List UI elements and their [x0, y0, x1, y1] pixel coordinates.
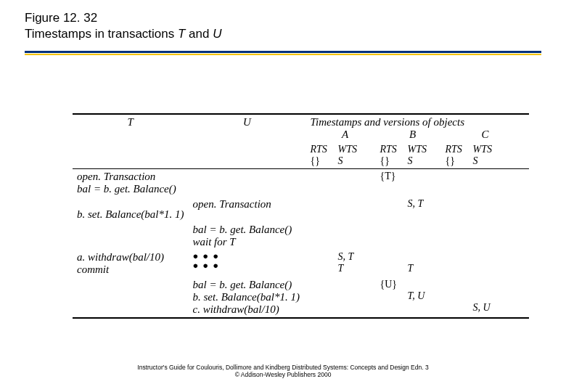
- B-RTS-label: RTS: [380, 144, 407, 155]
- step-5-U-line1: bal = b. get. Balance(): [192, 279, 301, 291]
- object-headers: A B C: [310, 128, 525, 141]
- B-WTS-T: T: [407, 263, 435, 274]
- step-2: b. set. Balance(bal*1. 1) open. Transact…: [73, 197, 529, 222]
- title-and: and: [185, 27, 213, 41]
- C-WTS-SU: S, U: [472, 302, 500, 314]
- step-5-U-line2: b. set. Balance(bal*1. 1): [192, 291, 301, 303]
- A-WTS-init: S: [337, 155, 365, 167]
- footer: Instructor's Guide for Coulouris, Dollim…: [0, 364, 566, 379]
- B-RTS-U: {U}: [380, 279, 407, 290]
- step-1-T-line2: bal = b. get. Balance(): [77, 183, 184, 195]
- figure-title: Figure 12. 32 Timestamps in transactions…: [25, 10, 221, 42]
- step-4-T-line2: commit: [77, 264, 184, 276]
- step-3-U-line2: wait for T: [192, 236, 301, 248]
- col-header-T: T: [73, 114, 188, 142]
- step-2-ts: S, T: [310, 198, 525, 210]
- step-4: a. withdraw(bal/10) commit ●●● ●●● S, T …: [73, 250, 529, 277]
- title-U: U: [213, 27, 221, 41]
- ts-caption: Timestamps and versions of objects: [310, 116, 525, 128]
- title-line-1: Figure 12. 32: [25, 10, 221, 26]
- step-2-T: b. set. Balance(bal*1. 1): [73, 197, 188, 222]
- ts-initial: RTS WTS RTS WTS RTS WTS {} S {} S: [310, 144, 525, 167]
- step-5-U-line3: c. withdraw(bal/10): [192, 303, 301, 316]
- step-5-ts: {U} T, U S, U: [310, 279, 525, 314]
- title-line-2: Timestamps in transactions T and U: [25, 26, 221, 42]
- B-WTS-ST: S, T: [407, 198, 435, 210]
- obj-C: C: [445, 128, 525, 141]
- step-3-U-line1: bal = b. get. Balance(): [192, 224, 301, 236]
- header-row-2: RTS WTS RTS WTS RTS WTS {} S {} S: [73, 142, 529, 169]
- B-WTS-label: WTS: [407, 144, 435, 155]
- step-4-T: a. withdraw(bal/10) commit: [73, 250, 188, 277]
- header-row-1: T U Timestamps and versions of objects A…: [73, 114, 529, 142]
- A-WTS-ST: S, T: [337, 251, 365, 263]
- step-1-ts: {T}: [310, 171, 525, 182]
- footer-line-1: Instructor's Guide for Coulouris, Dollim…: [0, 364, 566, 372]
- step-4-U-dots: ●●● ●●●: [188, 250, 305, 277]
- col-header-timestamps: Timestamps and versions of objects A B C: [305, 114, 529, 142]
- timestamps-table: T U Timestamps and versions of objects A…: [73, 113, 529, 319]
- step-1: open. Transaction bal = b. get. Balance(…: [73, 169, 529, 197]
- step-3-U: bal = b. get. Balance() wait for T: [188, 222, 305, 250]
- step-3: bal = b. get. Balance() wait for T: [73, 222, 529, 250]
- obj-A: A: [310, 128, 380, 141]
- C-RTS-label: RTS: [445, 144, 472, 155]
- step-1-T: open. Transaction bal = b. get. Balance(…: [73, 169, 188, 197]
- A-RTS-label: RTS: [310, 144, 337, 155]
- step-4-ts: S, T T T: [310, 251, 525, 274]
- divider: [25, 51, 541, 55]
- step-2-U: open. Transaction: [188, 197, 305, 222]
- step-1-T-line1: open. Transaction: [77, 171, 184, 183]
- title-text: Timestamps in transactions: [25, 27, 178, 41]
- obj-B: B: [380, 128, 445, 141]
- B-RTS-init: {}: [380, 155, 407, 167]
- step-5-U: bal = b. get. Balance() b. set. Balance(…: [188, 277, 305, 318]
- dots-2: ●●●: [192, 261, 301, 270]
- B-WTS-TU: T, U: [407, 290, 435, 302]
- C-WTS-label: WTS: [472, 144, 500, 155]
- A-RTS-init: {}: [310, 155, 337, 167]
- step-2-T-line: b. set. Balance(bal*1. 1): [77, 208, 184, 221]
- step-4-T-line1: a. withdraw(bal/10): [77, 251, 184, 264]
- A-WTS-label: WTS: [337, 144, 365, 155]
- footer-line-2: © Addison-Wesley Publishers 2000: [0, 371, 566, 379]
- title-T: T: [178, 27, 185, 41]
- col-header-U: U: [188, 114, 305, 142]
- A-WTS-T: T: [337, 263, 365, 274]
- C-RTS-init: {}: [445, 155, 472, 167]
- slide: Figure 12. 32 Timestamps in transactions…: [0, 0, 566, 392]
- step-5: bal = b. get. Balance() b. set. Balance(…: [73, 277, 529, 318]
- C-WTS-init: S: [472, 155, 500, 167]
- B-RTS-T: {T}: [380, 171, 407, 182]
- B-WTS-init: S: [407, 155, 435, 167]
